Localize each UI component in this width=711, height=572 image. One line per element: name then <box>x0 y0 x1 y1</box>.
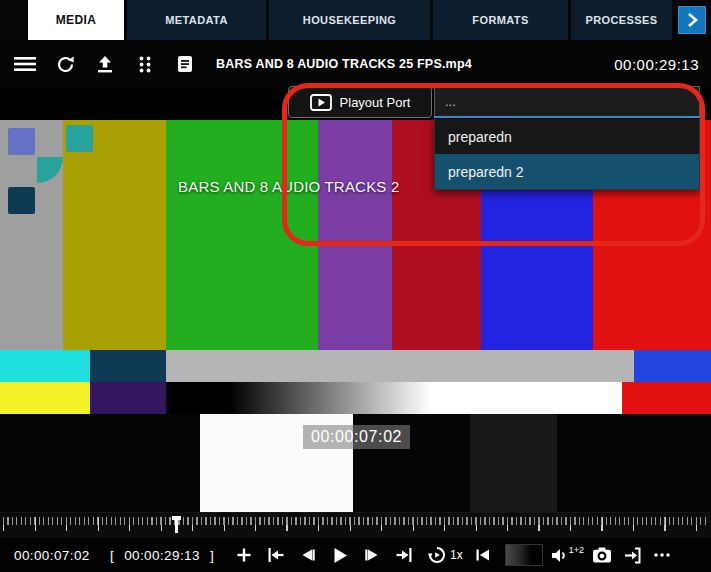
play-icon <box>333 547 348 564</box>
burned-in-timecode: 00:00:07:02 <box>303 425 410 449</box>
hamburger-menu-icon <box>14 56 36 72</box>
step-back-icon <box>300 547 316 563</box>
dots-grid-icon <box>139 56 151 73</box>
color-bar <box>634 350 711 382</box>
ruler-minor-ticks <box>3 517 708 525</box>
speed-label: 1x <box>450 548 463 562</box>
upload-icon <box>96 56 114 73</box>
bracket-open: [ <box>110 548 114 563</box>
add-button[interactable] <box>234 545 254 565</box>
menu-button[interactable] <box>12 51 38 77</box>
color-bar <box>0 382 90 414</box>
export-icon <box>624 547 641 564</box>
playout-port-dropdown: preparedn preparedn 2 <box>434 119 700 190</box>
document-icon <box>177 55 193 73</box>
tab-scroll-right-button[interactable] <box>678 6 706 34</box>
clip-filename: BARS AND 8 AUDIO TRACKS 25 FPS.mp4 <box>216 57 472 71</box>
skip-start-button[interactable] <box>473 545 493 565</box>
tab-media[interactable]: MEDIA <box>28 0 124 40</box>
mark-in-button[interactable] <box>266 545 286 565</box>
step-back-button[interactable] <box>298 545 318 565</box>
chevron-right-icon <box>685 12 699 28</box>
tab-metadata[interactable]: METADATA <box>127 0 266 40</box>
export-button[interactable] <box>622 545 642 565</box>
step-forward-icon <box>364 547 380 563</box>
mark-out-button[interactable] <box>394 545 414 565</box>
media-player-window: MEDIA METADATA HOUSEKEEPING FORMATS PROC… <box>0 0 711 572</box>
smpte-bars-strip-1 <box>0 350 711 382</box>
refresh-button[interactable] <box>52 51 78 77</box>
tab-processes[interactable]: PROCESSES <box>571 0 672 40</box>
smpte-bars-strip-2 <box>0 382 711 414</box>
color-bar <box>0 350 90 382</box>
tab-formats[interactable]: FORMATS <box>433 0 568 40</box>
play-button[interactable] <box>330 545 350 565</box>
clip-range: [ 00:00:29:13 ] <box>110 548 214 563</box>
color-bar <box>318 120 392 350</box>
transport-bar: 00:00:07:02 [ 00:00:29:13 ] <box>0 538 711 572</box>
playout-port-button-label: Playout Port <box>340 95 411 110</box>
replay-circle-icon <box>428 546 446 564</box>
toolbar: BARS AND 8 AUDIO TRACKS 25 FPS.mp4 00:00… <box>0 40 711 88</box>
upload-button[interactable] <box>92 51 118 77</box>
gray-chip <box>470 414 557 512</box>
tab-bar: MEDIA METADATA HOUSEKEEPING FORMATS PROC… <box>0 0 711 40</box>
snapshot-button[interactable] <box>592 545 612 565</box>
more-button[interactable] <box>652 545 672 565</box>
volume-button[interactable]: 1+2 <box>551 547 584 564</box>
playback-speed-button[interactable]: 1x <box>428 546 463 564</box>
audio-level-meter <box>505 544 543 566</box>
combobox-value: ... <box>445 94 456 109</box>
mark-out-icon <box>395 547 413 563</box>
logo-tile <box>66 125 93 152</box>
video-title-overlay: BARS AND 8 AUDIO TRACKS 2 <box>178 178 399 195</box>
refresh-icon <box>56 55 75 74</box>
color-bar <box>166 120 318 350</box>
tab-housekeeping[interactable]: HOUSEKEEPING <box>269 0 430 40</box>
timeline-ruler[interactable] <box>0 512 711 538</box>
plus-icon <box>236 547 252 563</box>
color-bar <box>63 120 166 350</box>
clip-file-button[interactable] <box>172 51 198 77</box>
logo-tile <box>8 128 35 155</box>
current-timecode: 00:00:07:02 <box>14 548 100 563</box>
color-bar <box>166 350 634 382</box>
dropdown-option-preparedn-2[interactable]: preparedn 2 <box>435 154 699 189</box>
speaker-icon <box>551 547 568 564</box>
step-forward-button[interactable] <box>362 545 382 565</box>
playout-port-combobox[interactable]: ... <box>434 86 700 118</box>
audio-channels-label: 1+2 <box>569 545 584 555</box>
camera-icon <box>592 547 612 563</box>
color-bar <box>622 382 711 414</box>
mark-in-icon <box>267 547 285 563</box>
dropdown-option-preparedn[interactable]: preparedn <box>435 119 699 154</box>
bracket-close: ] <box>210 548 214 563</box>
grayscale-gradient-bar <box>166 382 622 414</box>
playhead-marker[interactable] <box>172 516 181 533</box>
logo-tile <box>8 187 35 214</box>
total-timecode: 00:00:29:13 <box>124 548 200 563</box>
playout-port-button[interactable]: Playout Port <box>288 86 432 118</box>
color-bar <box>90 382 166 414</box>
grid-view-button[interactable] <box>132 51 158 77</box>
ellipsis-icon <box>653 552 671 558</box>
clip-duration: 00:00:29:13 <box>614 56 699 73</box>
color-bar <box>90 350 166 382</box>
skip-start-icon <box>475 547 491 563</box>
play-monitor-icon <box>310 94 332 111</box>
